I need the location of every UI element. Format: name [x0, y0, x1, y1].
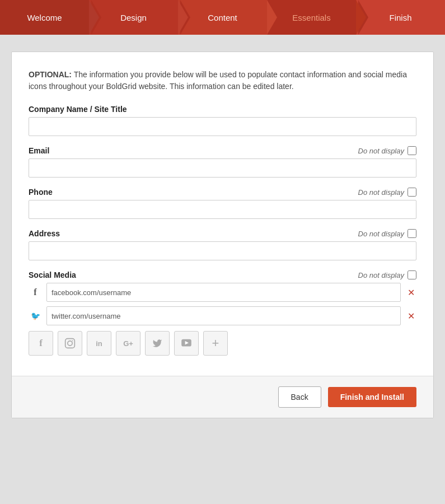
company-name-header: Company Name / Site Title	[29, 105, 416, 114]
facebook-icon: f	[29, 287, 42, 297]
wizard-step-finish[interactable]: Finish	[356, 0, 445, 35]
address-do-not-display: Do not display	[358, 229, 416, 238]
footer-section: Back Finish and Install	[12, 376, 433, 418]
facebook-row: f ✕	[29, 283, 416, 302]
company-name-input[interactable]	[29, 117, 416, 136]
phone-do-not-display: Do not display	[358, 188, 416, 197]
optional-notice: OPTIONAL: The information you provide be…	[29, 69, 416, 92]
wizard-step-content[interactable]: Content	[178, 0, 267, 35]
social-media-do-not-display-checkbox[interactable]	[407, 270, 416, 279]
address-input[interactable]	[29, 241, 416, 260]
social-add-buttons: f in G+	[29, 331, 416, 356]
social-media-section: Social Media Do not display f ✕ 🐦 ✕	[29, 270, 416, 356]
add-more-button[interactable]: +	[203, 331, 228, 356]
social-media-label: Social Media	[29, 270, 76, 279]
twitter-input[interactable]	[46, 306, 401, 325]
finish-install-button[interactable]: Finish and Install	[328, 387, 416, 407]
phone-group: Phone Do not display	[29, 188, 416, 219]
address-do-not-display-checkbox[interactable]	[407, 229, 416, 238]
company-name-label: Company Name / Site Title	[29, 105, 127, 114]
twitter-icon: 🐦	[29, 311, 42, 320]
wizard-step-essentials[interactable]: Essentials	[267, 0, 356, 35]
twitter-row: 🐦 ✕	[29, 306, 416, 325]
svg-point-1	[68, 341, 72, 346]
phone-input[interactable]	[29, 200, 416, 219]
add-twitter-button[interactable]	[145, 331, 170, 356]
back-button[interactable]: Back	[278, 386, 321, 408]
facebook-delete-icon[interactable]: ✕	[405, 287, 416, 298]
add-youtube-button[interactable]	[174, 331, 199, 356]
email-do-not-display-checkbox[interactable]	[407, 146, 416, 155]
phone-label: Phone	[29, 188, 53, 197]
email-do-not-display: Do not display	[358, 146, 416, 155]
social-media-do-not-display: Do not display	[358, 270, 416, 279]
add-googleplus-button[interactable]: G+	[116, 331, 140, 356]
svg-rect-0	[65, 339, 75, 348]
address-group: Address Do not display	[29, 229, 416, 260]
social-media-header: Social Media Do not display	[29, 270, 416, 279]
add-linkedin-button[interactable]: in	[87, 331, 111, 356]
wizard-step-design[interactable]: Design	[89, 0, 178, 35]
twitter-delete-icon[interactable]: ✕	[405, 311, 416, 321]
svg-point-2	[72, 340, 73, 342]
email-input[interactable]	[29, 158, 416, 178]
address-header: Address Do not display	[29, 229, 416, 238]
main-container: OPTIONAL: The information you provide be…	[11, 52, 434, 418]
facebook-input[interactable]	[46, 283, 401, 302]
add-facebook-button[interactable]: f	[29, 331, 53, 356]
email-header: Email Do not display	[29, 146, 416, 155]
email-group: Email Do not display	[29, 146, 416, 178]
phone-do-not-display-checkbox[interactable]	[407, 188, 416, 197]
company-name-group: Company Name / Site Title	[29, 105, 416, 136]
wizard-step-welcome[interactable]: Welcome	[0, 0, 89, 35]
phone-header: Phone Do not display	[29, 188, 416, 197]
form-section: OPTIONAL: The information you provide be…	[12, 52, 433, 376]
address-label: Address	[29, 229, 60, 238]
email-label: Email	[29, 146, 49, 155]
add-instagram-button[interactable]	[58, 331, 82, 356]
wizard-header: Welcome Design Content Essentials Finish	[0, 0, 445, 35]
